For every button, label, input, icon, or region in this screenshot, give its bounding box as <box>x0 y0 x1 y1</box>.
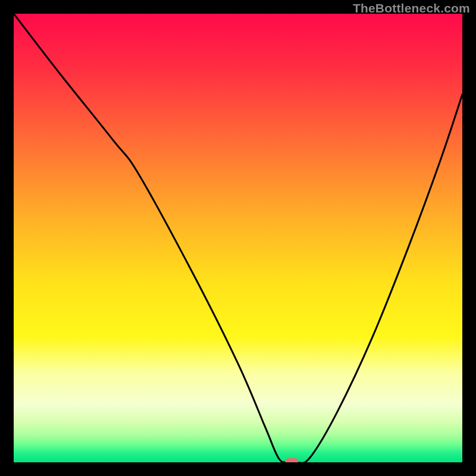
watermark-text: TheBottleneck.com <box>353 1 470 15</box>
chart-svg <box>14 14 462 462</box>
gradient-background <box>14 14 462 462</box>
chart-frame: TheBottleneck.com <box>0 0 476 476</box>
optimal-marker <box>285 458 299 462</box>
plot-area <box>14 14 462 462</box>
